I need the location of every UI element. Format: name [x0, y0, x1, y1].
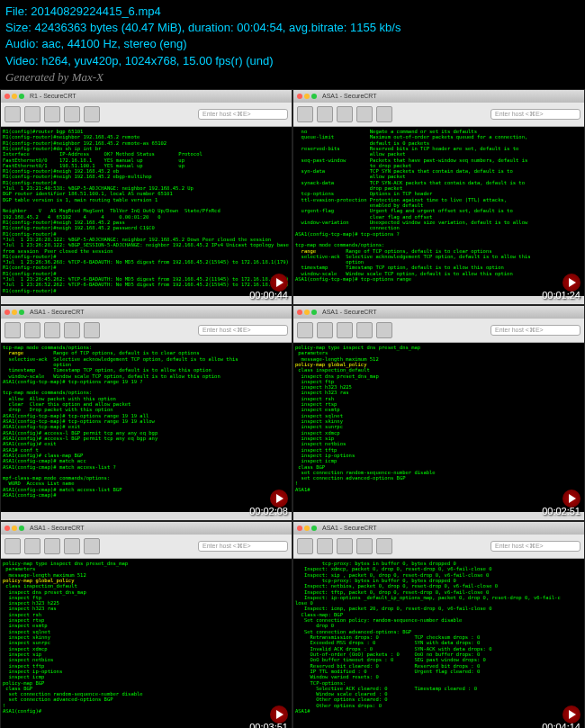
terminal-pane-2: ASA1 - SecureCRT Enter host <⌘E> tcp-map…	[0, 305, 292, 521]
disconnect-button[interactable]	[24, 322, 40, 338]
print-button[interactable]	[44, 106, 60, 122]
maximize-icon[interactable]	[311, 310, 317, 315]
maximize-icon[interactable]	[19, 310, 24, 315]
connect-button[interactable]	[297, 538, 313, 554]
host-search-input[interactable]: Enter host <⌘E>	[490, 541, 580, 552]
timestamp: 00:02:08	[249, 506, 288, 517]
window-title: ASA1 - SecureCRT	[322, 93, 377, 99]
terminal-output[interactable]: policy-map type inspect dns preset_dns_m…	[293, 343, 584, 512]
terminal-pane-0: R1 - SecureCRT Enter host <⌘E> R1(config…	[0, 89, 292, 305]
disconnect-button[interactable]	[24, 106, 40, 122]
size-info: Size: 42436363 bytes (40.47 MiB), durati…	[5, 20, 580, 36]
status-bar	[1, 296, 292, 305]
toolbar: Enter host <⌘E>	[293, 535, 584, 559]
window-title: ASA1 - SecureCRT	[322, 525, 377, 531]
disconnect-button[interactable]	[317, 106, 333, 122]
tools-button[interactable]	[84, 322, 100, 338]
play-icon[interactable]	[562, 706, 580, 724]
connect-button[interactable]	[4, 538, 21, 554]
timestamp: 00:00:44	[249, 290, 288, 301]
video-info: Video: h264, yuv420p, 1024x768, 15.00 fp…	[5, 53, 580, 69]
audio-info: Audio: aac, 44100 Hz, stereo (eng)	[5, 36, 580, 52]
host-search-input[interactable]: Enter host <⌘E>	[198, 109, 288, 120]
terminal-pane-1: ASA1 - SecureCRT Enter host <⌘E> no Nega…	[292, 89, 585, 305]
window-titlebar: ASA1 - SecureCRT	[293, 522, 584, 535]
close-icon[interactable]	[297, 310, 302, 315]
terminal-output[interactable]: policy-map type inspect dns preset_dns_m…	[1, 559, 292, 728]
window-titlebar: ASA1 - SecureCRT	[293, 306, 584, 319]
status-bar	[293, 512, 584, 521]
host-search-input[interactable]: Enter host <⌘E>	[490, 325, 580, 336]
options-button[interactable]	[64, 322, 80, 338]
status-bar	[1, 512, 292, 521]
connect-button[interactable]	[4, 106, 21, 122]
minimize-icon[interactable]	[304, 94, 310, 99]
close-icon[interactable]	[297, 94, 302, 99]
print-button[interactable]	[44, 322, 60, 338]
options-button[interactable]	[356, 106, 373, 122]
tools-button[interactable]	[376, 538, 392, 554]
timestamp: 00:01:24	[542, 290, 580, 301]
play-icon[interactable]	[562, 490, 580, 508]
terminal-output[interactable]: tcp-proxy: bytes in buffer 0, bytes drop…	[293, 559, 584, 728]
timestamp: 00:04:14	[542, 722, 580, 728]
minimize-icon[interactable]	[304, 526, 310, 531]
terminal-pane-3: ASA1 - SecureCRT Enter host <⌘E> policy-…	[292, 305, 585, 521]
options-button[interactable]	[64, 538, 80, 554]
toolbar: Enter host <⌘E>	[293, 103, 584, 127]
options-button[interactable]	[356, 322, 373, 338]
host-search-input[interactable]: Enter host <⌘E>	[198, 325, 288, 336]
options-button[interactable]	[356, 538, 373, 554]
close-icon[interactable]	[4, 526, 10, 531]
tools-button[interactable]	[84, 538, 100, 554]
maximize-icon[interactable]	[19, 526, 24, 531]
window-titlebar: ASA1 - SecureCRT	[1, 306, 292, 319]
connect-button[interactable]	[297, 322, 313, 338]
window-titlebar: ASA1 - SecureCRT	[293, 90, 584, 103]
options-button[interactable]	[64, 106, 80, 122]
minimize-icon[interactable]	[304, 310, 310, 315]
maximize-icon[interactable]	[311, 526, 317, 531]
minimize-icon[interactable]	[12, 94, 17, 99]
tools-button[interactable]	[84, 106, 100, 122]
window-titlebar: ASA1 - SecureCRT	[1, 522, 292, 535]
print-button[interactable]	[44, 538, 60, 554]
maximize-icon[interactable]	[19, 94, 24, 99]
print-button[interactable]	[337, 106, 353, 122]
tools-button[interactable]	[376, 322, 392, 338]
minimize-icon[interactable]	[12, 310, 17, 315]
disconnect-button[interactable]	[317, 538, 333, 554]
window-title: R1 - SecureCRT	[30, 93, 76, 99]
play-icon[interactable]	[270, 274, 288, 292]
toolbar: Enter host <⌘E>	[1, 319, 292, 343]
tools-button[interactable]	[376, 106, 392, 122]
window-title: ASA1 - SecureCRT	[30, 309, 85, 315]
file-info: File: 20140829224415_6.mp4	[5, 4, 580, 20]
toolbar: Enter host <⌘E>	[1, 535, 292, 559]
host-search-input[interactable]: Enter host <⌘E>	[490, 109, 580, 120]
play-icon[interactable]	[562, 274, 580, 292]
terminal-output[interactable]: R1(config)#router bgp 65101 R1(config-ro…	[1, 127, 292, 296]
print-button[interactable]	[337, 538, 353, 554]
terminal-output[interactable]: no Negate a command or set its defaults …	[293, 127, 584, 296]
connect-button[interactable]	[297, 106, 313, 122]
window-title: ASA1 - SecureCRT	[30, 525, 85, 531]
print-button[interactable]	[337, 322, 353, 338]
timestamp: 00:03:51	[249, 722, 288, 728]
toolbar: Enter host <⌘E>	[293, 319, 584, 343]
generated-by: Generated by Max-X	[5, 69, 580, 85]
terminal-output[interactable]: tcp-map mode commands/options: range Ran…	[1, 343, 292, 512]
close-icon[interactable]	[297, 526, 302, 531]
disconnect-button[interactable]	[317, 322, 333, 338]
disconnect-button[interactable]	[24, 538, 40, 554]
host-search-input[interactable]: Enter host <⌘E>	[198, 541, 288, 552]
terminal-pane-5: ASA1 - SecureCRT Enter host <⌘E> tcp-pro…	[292, 521, 585, 728]
minimize-icon[interactable]	[12, 526, 17, 531]
play-icon[interactable]	[270, 490, 288, 508]
close-icon[interactable]	[4, 310, 10, 315]
window-titlebar: R1 - SecureCRT	[1, 90, 292, 103]
maximize-icon[interactable]	[311, 94, 317, 99]
close-icon[interactable]	[4, 94, 10, 99]
play-icon[interactable]	[270, 706, 288, 724]
connect-button[interactable]	[4, 322, 21, 338]
